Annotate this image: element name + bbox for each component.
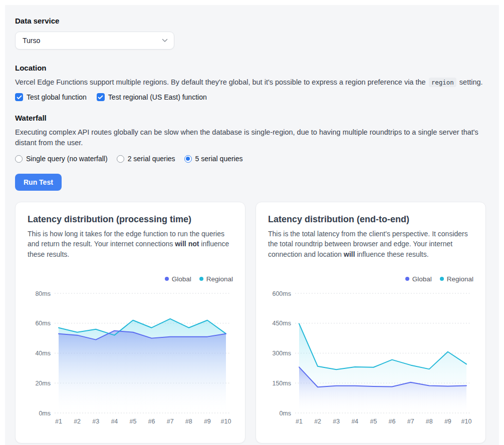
data-service-select[interactable]: Turso	[15, 32, 174, 50]
regional-legend-dot-icon	[440, 277, 444, 281]
radio-label: 2 serial queries	[128, 155, 175, 163]
data-service-heading: Data service	[15, 17, 485, 25]
waterfall-description: Executing complex API routes globally ca…	[15, 127, 485, 148]
svg-text:#2: #2	[74, 418, 81, 425]
svg-text:300ms: 300ms	[272, 350, 291, 357]
radio-checked-icon	[184, 155, 192, 163]
svg-text:0ms: 0ms	[39, 409, 51, 416]
svg-text:#8: #8	[426, 418, 433, 425]
svg-text:450ms: 450ms	[272, 320, 291, 327]
svg-text:#2: #2	[314, 418, 321, 425]
svg-text:80ms: 80ms	[35, 290, 51, 297]
svg-text:#9: #9	[204, 418, 211, 425]
card-description: This is how long it takes for the edge f…	[28, 229, 233, 259]
radio-unchecked-icon	[117, 155, 124, 163]
card-title: Latency distribution (end-to-end)	[268, 214, 473, 225]
svg-text:#1: #1	[296, 418, 303, 425]
global-legend-dot-icon	[165, 277, 169, 281]
waterfall-radio-row: Single query (no waterfall) 2 serial que…	[15, 155, 485, 163]
svg-text:#7: #7	[167, 418, 174, 425]
checkbox-test-global-function[interactable]: Test global function	[15, 93, 87, 101]
svg-text:#5: #5	[129, 418, 136, 425]
svg-text:#7: #7	[407, 418, 414, 425]
processing-time-card: Latency distribution (processing time) T…	[15, 202, 245, 443]
run-test-button[interactable]: Run Test	[15, 174, 62, 191]
page-background: Data service Turso Location Vercel Edge …	[5, 5, 499, 445]
chart-legend: Global Regional	[28, 275, 233, 283]
svg-text:#8: #8	[185, 418, 192, 425]
svg-text:#4: #4	[111, 418, 118, 425]
latency-end-to-end-chart: 0ms150ms300ms450ms600ms#1#2#3#4#5#6#7#8#…	[268, 287, 473, 433]
checkbox-checked-icon	[97, 93, 105, 101]
checkbox-test-regional-function[interactable]: Test regional (US East) function	[97, 93, 207, 101]
svg-text:0ms: 0ms	[279, 409, 291, 416]
chart-cards-row: Latency distribution (processing time) T…	[15, 202, 485, 443]
checkbox-label: Test global function	[27, 93, 87, 101]
location-description: Vercel Edge Functions support multiple r…	[15, 77, 485, 88]
svg-text:#3: #3	[333, 418, 340, 425]
chevron-down-icon	[162, 39, 168, 43]
svg-text:#6: #6	[148, 418, 155, 425]
svg-text:60ms: 60ms	[35, 320, 51, 327]
svg-text:#3: #3	[92, 418, 99, 425]
svg-text:150ms: 150ms	[272, 380, 291, 387]
radio-2-serial-queries[interactable]: 2 serial queries	[117, 155, 175, 163]
global-legend-dot-icon	[405, 277, 409, 281]
legend-item-regional: Regional	[440, 275, 473, 283]
checkbox-label: Test regional (US East) function	[108, 93, 207, 101]
location-checkbox-row: Test global function Test regional (US E…	[15, 93, 485, 101]
radio-unchecked-icon	[15, 155, 23, 163]
svg-text:40ms: 40ms	[35, 350, 51, 357]
svg-text:#9: #9	[444, 418, 451, 425]
radio-label: 5 serial queries	[195, 155, 243, 163]
location-heading: Location	[15, 64, 485, 72]
radio-5-serial-queries[interactable]: 5 serial queries	[184, 155, 243, 163]
svg-text:#1: #1	[55, 418, 62, 425]
region-code-chip: region	[429, 78, 456, 87]
svg-text:#10: #10	[221, 418, 231, 425]
latency-processing-chart: 0ms20ms40ms60ms80ms#1#2#3#4#5#6#7#8#9#10	[28, 287, 233, 433]
svg-text:600ms: 600ms	[272, 290, 291, 297]
chart-legend: Global Regional	[268, 275, 473, 283]
legend-item-global: Global	[165, 275, 191, 283]
radio-label: Single query (no waterfall)	[26, 155, 108, 163]
waterfall-heading: Waterfall	[15, 114, 485, 122]
legend-item-regional: Regional	[199, 275, 233, 283]
svg-text:#6: #6	[389, 418, 396, 425]
card-description: This is the total latency from the clien…	[268, 229, 473, 259]
legend-item-global: Global	[405, 275, 432, 283]
svg-text:#4: #4	[351, 418, 358, 425]
end-to-end-card: Latency distribution (end-to-end) This i…	[256, 202, 486, 443]
regional-legend-dot-icon	[199, 277, 203, 281]
data-service-selected-value: Turso	[23, 37, 40, 45]
checkbox-checked-icon	[15, 93, 23, 101]
svg-text:#5: #5	[370, 418, 377, 425]
card-title: Latency distribution (processing time)	[28, 214, 233, 225]
svg-text:20ms: 20ms	[35, 380, 51, 387]
svg-text:#10: #10	[461, 418, 472, 425]
radio-single-query[interactable]: Single query (no waterfall)	[15, 155, 108, 163]
